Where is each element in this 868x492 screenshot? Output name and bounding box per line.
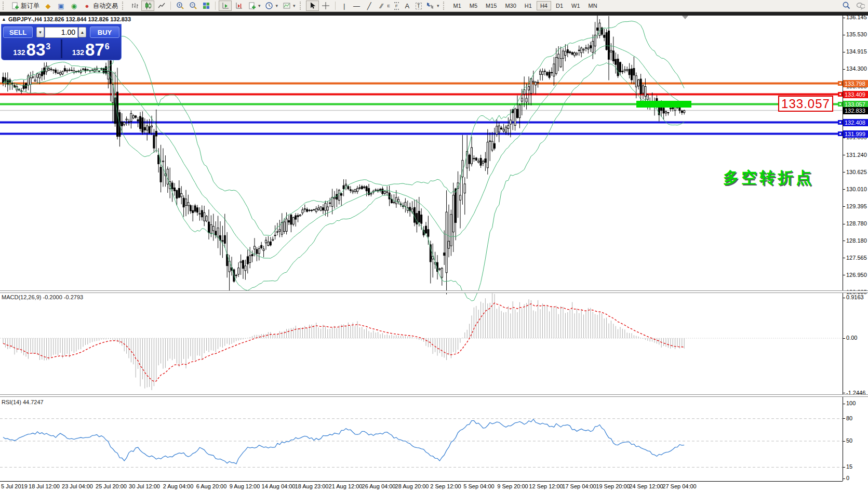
fibonacci-tool[interactable]: F [393, 1, 400, 11]
new-order-button[interactable]: 新订单 [9, 1, 41, 11]
rsi-tick [843, 404, 845, 404]
time-axis-label: 5 Sep 04:00 [463, 483, 494, 489]
timeframe-h1[interactable]: H1 [521, 1, 536, 10]
rsi-tick [843, 467, 845, 468]
toolbar-grip[interactable] [3, 2, 6, 10]
auto-trading-button[interactable]: ● 自动交易 [81, 1, 119, 11]
dropdown-icon: ▾ [293, 3, 296, 8]
price-tick [843, 224, 845, 224]
chart-profiles-icon: ▣ [57, 2, 65, 10]
market-watch-button[interactable]: ◆ [42, 1, 54, 11]
price-tick [843, 52, 845, 52]
rsi-tick [843, 418, 845, 419]
buy-price-pip: 6 [105, 42, 110, 51]
volume-increase-button[interactable]: ▲ [78, 27, 86, 37]
zoom-in-icon [176, 2, 184, 10]
toolbar-grip[interactable] [443, 2, 447, 10]
timeframe-m30[interactable]: M30 [501, 1, 519, 10]
chart-scroll-marker-icon [682, 16, 688, 19]
auto-trading-icon: ● [83, 2, 91, 10]
zoom-in-button[interactable] [174, 1, 186, 11]
chart-profiles-button[interactable]: ▣ [55, 1, 67, 11]
chart-ohlc-header: ▲ GBPJPY-,H4 132.826 132.844 132.826 132… [2, 16, 131, 22]
time-axis-label: 26 Aug 04:00 [362, 483, 396, 489]
chart-canvas[interactable] [0, 0, 868, 492]
tile-windows-button[interactable] [200, 1, 212, 11]
channel-sub-label: E [388, 4, 390, 8]
time-axis-label: 21 Aug 12:00 [329, 483, 363, 489]
horizontal-line-icon: — [353, 2, 361, 10]
label-tool[interactable]: T [414, 1, 423, 11]
toolbar-grip[interactable] [122, 2, 126, 10]
buy-price[interactable]: 132 87 6 [62, 39, 120, 58]
price-tick-label: 129.395 [846, 203, 867, 209]
timeframe-m15[interactable]: M15 [482, 1, 500, 10]
volume-decrease-button[interactable]: ▼ [36, 27, 44, 37]
templates-button[interactable]: ▾ [281, 1, 297, 11]
panel-collapse-icon[interactable]: ▲ [2, 17, 6, 22]
level-anchor-marker [838, 120, 843, 125]
toolbar-grip[interactable] [300, 2, 303, 10]
price-tick-label: 130.625 [846, 169, 867, 175]
price-level-badge: 133.798 [843, 80, 868, 87]
price-tick [843, 155, 845, 155]
buy-button[interactable]: BUY [90, 26, 119, 38]
chart-shift-icon [234, 2, 243, 10]
timeframe-m1[interactable]: M1 [449, 1, 464, 10]
current-price-badge: 132.833 [843, 107, 868, 114]
trendline-tool[interactable]: ╱ [364, 1, 375, 11]
periods-button[interactable]: ▾ [263, 1, 280, 11]
panel-resize-handle[interactable] [0, 290, 868, 293]
text-tool[interactable]: A [402, 1, 413, 11]
timeframe-m5[interactable]: M5 [466, 1, 481, 10]
horizontal-line-tool[interactable]: — [351, 1, 363, 11]
auto-scroll-button[interactable] [219, 1, 232, 11]
new-order-label: 新订单 [21, 2, 39, 10]
sell-price[interactable]: 132 83 3 [3, 39, 61, 58]
chart-shift-button[interactable] [233, 1, 245, 11]
mt4-window: { "toolbar": { "new_order_label": "新订单",… [0, 0, 868, 492]
timeframe-w1[interactable]: W1 [568, 1, 584, 10]
rsi-axis-label: 80 [846, 415, 852, 421]
signals-button[interactable]: ◉ [68, 1, 80, 11]
price-tick-label: 127.565 [846, 255, 867, 261]
dropdown-icon: ▾ [276, 3, 278, 8]
cursor-button[interactable] [306, 1, 319, 11]
sell-button[interactable]: SELL [3, 26, 33, 38]
vertical-line-tool[interactable]: | [339, 1, 350, 11]
bar-chart-button[interactable] [128, 1, 140, 11]
search-icon[interactable] [842, 1, 851, 10]
line-chart-button[interactable] [155, 1, 167, 11]
trade-panel-prices: 132 83 3 132 87 6 [3, 39, 119, 58]
trade-panel-top-row: SELL ▼ 1.00 ▲ BUY [3, 26, 119, 38]
shapes-tool[interactable]: ▾ [424, 1, 441, 11]
text-tool-icon: A [403, 2, 411, 10]
indicators-button[interactable]: ▾ [246, 1, 262, 11]
crosshair-icon [322, 2, 330, 10]
channel-tool[interactable]: ∕∕E [376, 1, 392, 11]
turning-point-annotation[interactable]: 多空转折点 [723, 167, 814, 189]
time-axis-label: 23 Jul 04:00 [62, 483, 93, 489]
candlestick-chart-button[interactable] [141, 1, 154, 11]
timeframe-h4[interactable]: H4 [537, 1, 551, 10]
chat-icon[interactable] [856, 1, 865, 10]
volume-input[interactable]: 1.00 [45, 27, 78, 38]
price-tick [843, 69, 845, 70]
price-tick-label: 135.530 [846, 31, 867, 37]
price-tick [843, 35, 845, 35]
price-annotation-box[interactable]: 133.057 [778, 96, 833, 112]
rsi-tick [843, 478, 845, 479]
new-order-icon [10, 2, 19, 10]
timeframe-mn[interactable]: MN [585, 1, 601, 10]
time-axis-label: 9 Aug 12:00 [230, 483, 260, 489]
price-tick-label: 131.240 [846, 152, 867, 158]
rsi-label: RSI(14) 44.7247 [2, 399, 44, 405]
panel-resize-handle[interactable] [0, 394, 868, 397]
timeframe-d1[interactable]: D1 [552, 1, 567, 10]
shapes-arrows-icon [426, 2, 435, 10]
zoom-out-button[interactable] [187, 1, 199, 11]
one-click-trading-panel: SELL ▼ 1.00 ▲ BUY 132 83 3 132 87 6 [1, 24, 122, 60]
price-tick-label: 126.950 [846, 272, 867, 278]
price-tick [843, 172, 845, 172]
crosshair-button[interactable] [320, 1, 332, 11]
